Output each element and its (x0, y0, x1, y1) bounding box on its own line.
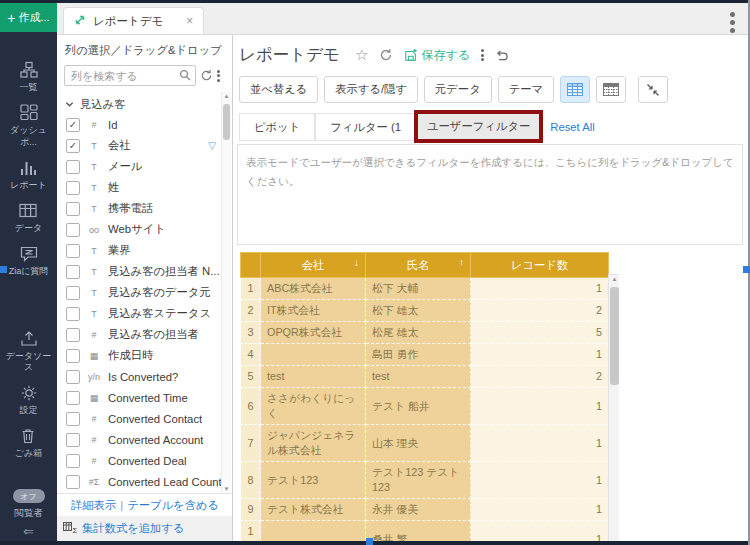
field-row[interactable]: #Σ Converted Lead Count (57, 471, 232, 492)
cell-count[interactable]: 2 (471, 366, 609, 388)
table-row[interactable]: 9 テスト株式会社 永井 優美 1 (241, 499, 609, 521)
cell-company[interactable]: テスト123 (261, 462, 366, 499)
cell-company[interactable]: test (261, 366, 366, 388)
table-row[interactable]: 6 ささがわくりにっく テスト 船井 1 (241, 388, 609, 425)
cell-name[interactable]: 山本 理央 (366, 425, 471, 462)
field-row[interactable]: T 見込み客のデータ元 (57, 282, 232, 303)
cell-count[interactable]: 2 (471, 300, 609, 322)
undo-icon[interactable] (495, 49, 508, 62)
scroll-up-icon[interactable]: ▲ (609, 276, 619, 282)
field-row[interactable]: # 見込み客の担当者 (57, 324, 232, 345)
include-table-link[interactable]: テーブルを含める (127, 498, 219, 513)
field-checkbox[interactable] (66, 307, 80, 321)
field-row[interactable]: ✓ T 会社 ▽ (57, 135, 232, 156)
table-row[interactable]: 8 テスト123 テスト123 テスト 123 1 (241, 462, 609, 499)
table-row[interactable]: 1 ABC株式会社 松下 大輔 1 (241, 278, 609, 300)
field-row[interactable]: T 見込み客の担当者 N... (57, 261, 232, 282)
window-menu-icon[interactable] (730, 9, 735, 36)
field-row[interactable]: ✓ # Id (57, 114, 232, 135)
field-checkbox[interactable] (66, 328, 80, 342)
scroll-up-icon[interactable]: ▲ (222, 93, 231, 99)
cell-count[interactable]: 1 (471, 278, 609, 300)
favorite-star-icon[interactable]: ☆ (355, 46, 368, 64)
field-row[interactable]: T メール (57, 156, 232, 177)
field-checkbox[interactable] (66, 286, 80, 300)
field-checkbox[interactable] (66, 475, 80, 489)
collapse-view-button[interactable] (638, 76, 668, 103)
sidebar-item-settings[interactable]: 設定 (20, 384, 38, 416)
sort-button[interactable]: 並べ替える (239, 76, 318, 103)
cell-company[interactable]: テスト株式会社 (261, 499, 366, 521)
table-group-header[interactable]: 見込み客 (57, 94, 232, 114)
scroll-down-icon[interactable]: ▼ (222, 486, 231, 492)
sidebar-item-explorer[interactable]: 一覧 (20, 61, 38, 93)
field-row[interactable]: # Converted Contact (57, 408, 232, 429)
sidebar-item-zia[interactable]: Ziaに質問 (9, 245, 49, 277)
scrollbar-thumb[interactable] (223, 104, 230, 140)
sidebar-item-data[interactable]: データ (15, 202, 42, 234)
cell-name[interactable]: テスト 船井 (366, 388, 471, 425)
field-checkbox[interactable]: ✓ (66, 118, 80, 132)
cell-company[interactable]: ささがわくりにっく (261, 388, 366, 425)
cell-company[interactable]: OPQR株式会社 (261, 322, 366, 344)
cell-count[interactable]: 1 (471, 344, 609, 366)
cell-name[interactable]: テスト123 テスト 123 (366, 462, 471, 499)
viewer-toggle[interactable]: オフ (13, 489, 45, 503)
field-checkbox[interactable] (66, 370, 80, 384)
save-button[interactable]: 保存する (404, 47, 470, 64)
column-list-scrollbar[interactable]: ▲ ▼ (221, 92, 231, 493)
column-header-company[interactable]: 会社↓ (261, 253, 366, 278)
cell-count[interactable]: 5 (471, 322, 609, 344)
refresh-report-icon[interactable] (379, 48, 393, 62)
cell-company[interactable]: ジャパンジェネラル株式会社 (261, 425, 366, 462)
field-checkbox[interactable] (66, 244, 80, 258)
sidebar-item-dashboard[interactable]: ダッシュボ... (3, 104, 55, 148)
tab-user-filter[interactable]: ユーザーフィルター (418, 114, 539, 139)
cell-count[interactable]: 1 (471, 462, 609, 499)
tab-pivot[interactable]: ピボット (239, 113, 315, 141)
report-menu-icon[interactable] (481, 48, 484, 63)
source-data-button[interactable]: 元データ (424, 76, 492, 103)
field-row[interactable]: T 携帯電話 (57, 198, 232, 219)
sidebar-item-datasource[interactable]: データソース (3, 330, 55, 374)
cell-count[interactable]: 1 (471, 499, 609, 521)
cell-count[interactable]: 1 (471, 425, 609, 462)
cell-name[interactable]: 松尾 雄太 (366, 322, 471, 344)
column-header-name[interactable]: 氏名↑ (366, 253, 471, 278)
cell-count[interactable]: 1 (471, 388, 609, 425)
field-row[interactable]: T 業界 (57, 240, 232, 261)
user-filter-dropzone[interactable]: 表示モードでユーザーが選択できるフィルターを作成するには、こちらに列をドラッグ&… (237, 144, 743, 245)
refresh-columns-icon[interactable] (200, 69, 213, 82)
field-checkbox[interactable] (66, 349, 80, 363)
collapse-sidebar-icon[interactable]: ⇐ (0, 524, 57, 539)
field-checkbox[interactable] (66, 160, 80, 174)
field-row[interactable]: ▦ Converted Time (57, 387, 232, 408)
sort-desc-icon[interactable]: ↓ (354, 257, 359, 268)
cell-name[interactable]: 島田 勇作 (366, 344, 471, 366)
cell-name[interactable]: 永井 優美 (366, 499, 471, 521)
scrollbar-thumb[interactable] (610, 287, 619, 385)
sort-asc-icon[interactable]: ↑ (459, 257, 464, 268)
field-row[interactable]: T 姓 (57, 177, 232, 198)
table-scrollbar[interactable]: ▲ ▼ (608, 274, 619, 545)
cell-name[interactable]: test (366, 366, 471, 388)
column-menu-icon[interactable] (217, 68, 220, 83)
table-row[interactable]: 4 島田 勇作 1 (241, 344, 609, 366)
field-checkbox[interactable]: ✓ (66, 139, 80, 153)
detail-view-link[interactable]: 詳細表示 (71, 498, 116, 513)
grid-view-button[interactable] (560, 76, 590, 103)
field-row[interactable]: # Converted Account (57, 429, 232, 450)
field-row[interactable]: T 見込み客ステータス (57, 303, 232, 324)
search-input[interactable] (64, 65, 196, 86)
add-formula-link[interactable]: 集計数式を追加する (82, 521, 184, 536)
column-header-records[interactable]: レコード数 (471, 253, 609, 278)
table-row[interactable]: 5 test test 2 (241, 366, 609, 388)
field-filter-icon[interactable]: ▽ (208, 140, 216, 151)
cell-company[interactable] (261, 344, 366, 366)
cell-company[interactable]: ABC株式会社 (261, 278, 366, 300)
show-hide-button[interactable]: 表示する/隠す (324, 76, 418, 103)
field-checkbox[interactable] (66, 223, 80, 237)
field-checkbox[interactable] (66, 454, 80, 468)
field-checkbox[interactable] (66, 181, 80, 195)
table-row[interactable]: 3 OPQR株式会社 松尾 雄太 5 (241, 322, 609, 344)
